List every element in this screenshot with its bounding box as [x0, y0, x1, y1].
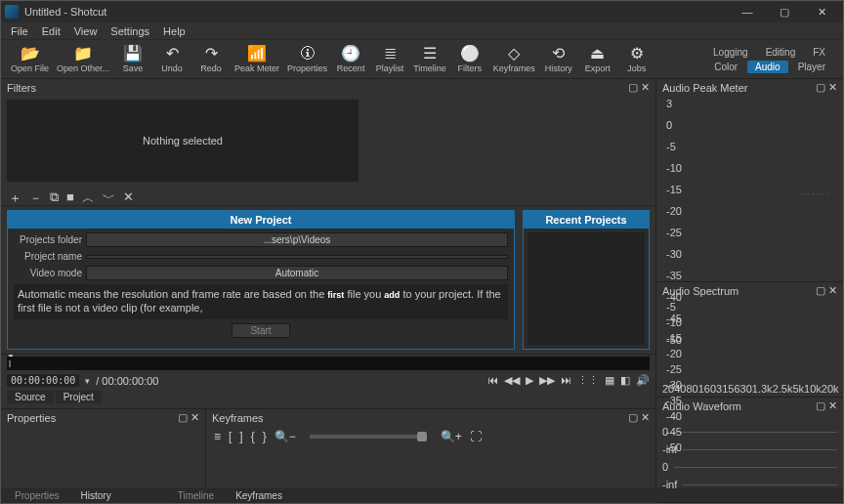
toolbar-filters[interactable]: ⚪Filters	[450, 41, 489, 78]
toolbar-playlist[interactable]: ≣Playlist	[370, 41, 409, 78]
toolbar-timeline[interactable]: ☰Timeline	[409, 41, 450, 78]
zoom-slider[interactable]	[310, 435, 427, 439]
kf-set-out-button[interactable]: ]	[239, 430, 242, 443]
panel-pop-icon[interactable]: ▢	[816, 399, 825, 412]
panel-pop-icon[interactable]: ▢	[816, 284, 825, 297]
new-project-card: New Project Projects folder ...sers\p\Vi…	[7, 210, 515, 350]
minimize-button[interactable]: —	[730, 2, 765, 21]
volume-button[interactable]: 🔊	[636, 374, 650, 387]
kf-fit-button[interactable]: ⛶	[470, 430, 482, 443]
recent-projects-card: Recent Projects	[523, 210, 650, 350]
filter-move-down-button[interactable]: ﹀	[103, 189, 115, 207]
toolbar-history[interactable]: ⟲History	[539, 41, 578, 78]
kf-zoom-out-button[interactable]: 🔍−	[274, 430, 296, 443]
toolbar-redo[interactable]: ↷Redo	[191, 41, 231, 78]
filter-paste-button[interactable]: ■	[66, 189, 74, 207]
zoom-button[interactable]: ◧	[620, 374, 630, 387]
reset-in-icon[interactable]: ▾	[85, 376, 90, 386]
play-button[interactable]: ▶	[526, 374, 533, 387]
freq-tick: 5k	[792, 383, 804, 395]
toolbar-keyframes[interactable]: ◇Keyframes	[489, 41, 539, 78]
peak-tick: -35	[666, 270, 682, 281]
panel-pop-icon[interactable]: ▢	[628, 81, 638, 94]
toolbar-undo[interactable]: ↶Undo	[152, 41, 191, 78]
layout-tab-editing[interactable]: Editing	[758, 46, 804, 59]
filter-copy-button[interactable]: ⧉	[50, 189, 59, 207]
spectrum-panel: Audio Spectrum ▢✕ -5-10-15-20-25-30-35-4…	[656, 282, 843, 398]
kf-zoom-in-button[interactable]: 🔍+	[441, 430, 462, 443]
start-button[interactable]: Start	[232, 323, 290, 338]
name-input[interactable]	[86, 255, 508, 259]
window-title: Untitled - Shotcut	[24, 6, 730, 18]
player-tab-source[interactable]: Source	[7, 391, 54, 403]
rewind-button[interactable]: ◀◀	[504, 374, 520, 387]
menubar: FileEditViewSettingsHelp	[1, 22, 843, 40]
toolbar-peak-meter[interactable]: 📶Peak Meter	[231, 41, 283, 78]
bottom-tab-history[interactable]: History	[71, 488, 121, 503]
filter-remove-button[interactable]: －	[29, 189, 42, 207]
spectrum-tick: -25	[666, 363, 682, 375]
freq-tick: 160	[698, 383, 716, 395]
toolbar-open-other-[interactable]: 📁Open Other...	[53, 41, 113, 78]
app-icon	[5, 5, 19, 19]
toolbar-properties[interactable]: 🛈Properties	[283, 41, 331, 78]
toolbar-open-file[interactable]: 📂Open File	[7, 41, 53, 78]
kf-menu-button[interactable]: ≡	[214, 430, 221, 443]
kf-prev-kf-button[interactable]: {	[251, 430, 255, 443]
redo-icon: ↷	[205, 46, 218, 62]
skip-prev-button[interactable]: ⏮	[487, 374, 498, 387]
waveform-row: -inf	[662, 479, 837, 490]
close-button[interactable]: ✕	[804, 2, 839, 21]
maximize-button[interactable]: ▢	[767, 2, 802, 21]
toolbar-jobs[interactable]: ⚙Jobs	[617, 41, 656, 78]
toolbar-save[interactable]: 💾Save	[113, 41, 152, 78]
panel-close-icon[interactable]: ✕	[828, 284, 837, 297]
layout-tab-logging[interactable]: Logging	[705, 46, 756, 59]
bottom-tab-keyframes[interactable]: Keyframes	[226, 488, 292, 503]
freq-tick: 10k	[804, 383, 822, 395]
toggle-button[interactable]: ⋮⋮	[577, 374, 599, 387]
layout-tab-audio[interactable]: Audio	[747, 61, 788, 73]
timecode-current[interactable]: 00:00:00:00	[7, 374, 79, 387]
bottom-tab-properties[interactable]: Properties	[5, 488, 69, 503]
bottom-tab-timeline[interactable]: Timeline	[168, 488, 224, 503]
filter-move-up-button[interactable]: ︿	[82, 189, 95, 207]
panel-close-icon[interactable]: ✕	[641, 81, 650, 94]
menu-settings[interactable]: Settings	[105, 24, 155, 38]
skip-next-button[interactable]: ⏭	[561, 374, 571, 387]
menu-view[interactable]: View	[68, 24, 104, 38]
panel-pop-icon[interactable]: ▢	[816, 81, 825, 94]
toolbar-export[interactable]: ⏏Export	[578, 41, 617, 78]
menu-help[interactable]: Help	[157, 24, 191, 38]
menu-edit[interactable]: Edit	[36, 24, 66, 38]
filter-add-button[interactable]: ＋	[9, 189, 21, 207]
properties-icon: 🛈	[300, 46, 316, 62]
filter-deselect-button[interactable]: ✕	[123, 189, 134, 207]
scrub-bar[interactable]: |	[7, 357, 650, 370]
keyframes-title: Keyframes	[212, 412, 264, 424]
kf-set-in-button[interactable]: [	[229, 430, 232, 443]
layout-tab-player[interactable]: Player	[790, 61, 833, 73]
grid-button[interactable]: ▦	[605, 374, 614, 387]
panel-close-icon[interactable]: ✕	[828, 399, 837, 412]
filters-panel: Filters ▢✕ Nothing selected ＋－⧉■︿﹀✕	[1, 79, 655, 206]
toolbar-recent[interactable]: 🕘Recent	[331, 41, 370, 78]
panel-close-icon[interactable]: ✕	[641, 411, 650, 424]
mode-label: Video mode	[14, 268, 82, 278]
panel-pop-icon[interactable]: ▢	[628, 411, 638, 424]
panel-close-icon[interactable]: ✕	[828, 81, 837, 94]
panel-pop-icon[interactable]: ▢	[178, 411, 188, 424]
folder-input[interactable]: ...sers\p\Videos	[86, 232, 508, 247]
spectrum-tick: -20	[666, 348, 682, 359]
forward-button[interactable]: ▶▶	[539, 374, 555, 387]
player-tab-project[interactable]: Project	[56, 391, 102, 403]
panel-close-icon[interactable]: ✕	[190, 411, 199, 424]
keyframes-icon: ◇	[508, 46, 520, 62]
layout-tab-fx[interactable]: FX	[805, 46, 833, 59]
filters-empty-text: Nothing selected	[143, 135, 223, 147]
recent-header: Recent Projects	[524, 211, 649, 229]
kf-next-kf-button[interactable]: }	[263, 430, 267, 443]
layout-tab-color[interactable]: Color	[706, 61, 745, 73]
mode-select[interactable]: Automatic	[86, 266, 508, 280]
menu-file[interactable]: File	[5, 24, 34, 38]
